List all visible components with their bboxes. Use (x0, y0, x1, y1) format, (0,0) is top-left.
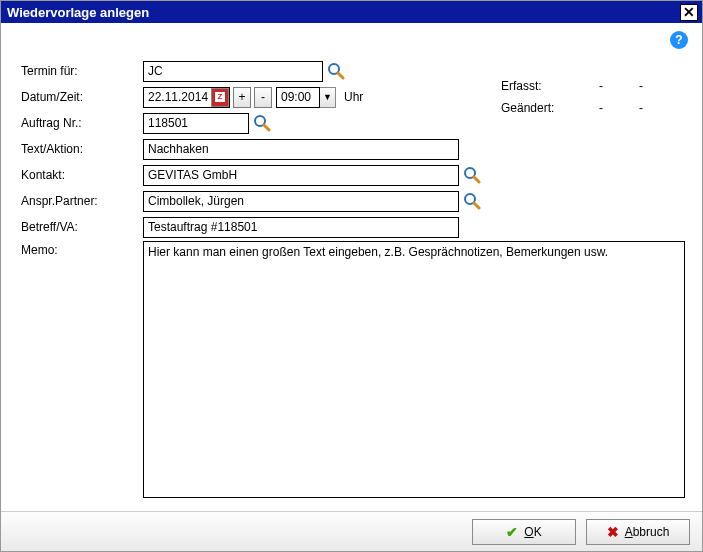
label-termin-fuer: Termin für: (17, 64, 143, 78)
meta-erfasst-row: Erfasst: - - (501, 75, 661, 97)
abbruch-button-label: Abbruch (625, 525, 670, 539)
auftrag-nr-lookup-button[interactable] (253, 114, 271, 132)
label-datum-zeit: Datum/Zeit: (17, 90, 143, 104)
geaendert-label: Geändert: (501, 101, 581, 115)
geaendert-value-2: - (621, 101, 661, 115)
abbruch-button[interactable]: ✖ Abbruch (586, 519, 690, 545)
betreff-va-input[interactable] (143, 217, 459, 238)
row-memo: Memo: (17, 241, 686, 498)
kontakt-lookup-button[interactable] (463, 166, 481, 184)
erfasst-value-1: - (581, 79, 621, 93)
magnifier-icon (463, 166, 481, 184)
date-plus-button[interactable]: + (233, 87, 251, 108)
meta-geaendert-row: Geändert: - - (501, 97, 661, 119)
ok-button[interactable]: ✔ OK (472, 519, 576, 545)
help-button[interactable]: ? (670, 31, 688, 49)
magnifier-icon (253, 114, 271, 132)
termin-fuer-input[interactable] (143, 61, 323, 82)
svg-line-1 (338, 73, 343, 78)
form-area: Termin für: Datum/Zeit: Z + - (17, 59, 686, 498)
label-text-aktion: Text/Aktion: (17, 142, 143, 156)
window-title: Wiedervorlage anlegen (7, 5, 680, 20)
kontakt-input[interactable] (143, 165, 459, 186)
magnifier-icon (463, 192, 481, 210)
chevron-down-icon: ▼ (323, 92, 332, 102)
memo-textarea[interactable] (143, 241, 685, 498)
dialog-window: Wiedervorlage anlegen ✕ ? Erfasst: - - G… (0, 0, 703, 552)
magnifier-icon (327, 62, 345, 80)
row-text-aktion: Text/Aktion: (17, 137, 686, 161)
meta-info: Erfasst: - - Geändert: - - (501, 75, 661, 119)
calendar-button[interactable]: Z (211, 88, 229, 107)
svg-line-3 (264, 125, 269, 130)
anspr-partner-lookup-button[interactable] (463, 192, 481, 210)
row-kontakt: Kontakt: (17, 163, 686, 187)
check-icon: ✔ (506, 524, 518, 540)
close-button[interactable]: ✕ (680, 4, 698, 21)
dialog-footer: ✔ OK ✖ Abbruch (1, 511, 702, 551)
svg-line-5 (474, 177, 479, 182)
calendar-icon: Z (215, 92, 225, 102)
ok-button-label: OK (524, 525, 541, 539)
close-icon: ✕ (683, 5, 695, 19)
svg-line-7 (474, 203, 479, 208)
label-memo: Memo: (17, 241, 143, 498)
dialog-body: ? Erfasst: - - Geändert: - - Termin für: (1, 23, 702, 511)
zeit-input[interactable] (276, 87, 320, 108)
time-combo: ▼ (276, 87, 336, 108)
anspr-partner-input[interactable] (143, 191, 459, 212)
erfasst-value-2: - (621, 79, 661, 93)
uhr-label: Uhr (344, 90, 363, 104)
titlebar: Wiedervorlage anlegen ✕ (1, 1, 702, 23)
geaendert-value-1: - (581, 101, 621, 115)
date-input-wrap: Z (143, 87, 230, 108)
help-icon: ? (675, 33, 682, 47)
text-aktion-input[interactable] (143, 139, 459, 160)
cross-icon: ✖ (607, 524, 619, 540)
row-anspr-partner: Anspr.Partner: (17, 189, 686, 213)
label-kontakt: Kontakt: (17, 168, 143, 182)
label-betreff-va: Betreff/VA: (17, 220, 143, 234)
label-anspr-partner: Anspr.Partner: (17, 194, 143, 208)
termin-fuer-lookup-button[interactable] (327, 62, 345, 80)
auftrag-nr-input[interactable] (143, 113, 249, 134)
row-betreff-va: Betreff/VA: (17, 215, 686, 239)
erfasst-label: Erfasst: (501, 79, 581, 93)
date-minus-button[interactable]: - (254, 87, 272, 108)
label-auftrag-nr: Auftrag Nr.: (17, 116, 143, 130)
time-dropdown-button[interactable]: ▼ (320, 87, 336, 108)
